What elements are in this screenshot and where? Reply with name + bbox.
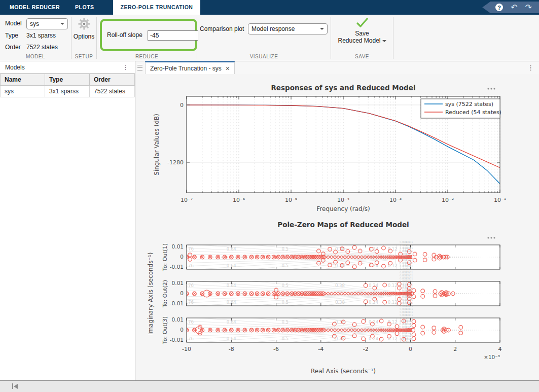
- section-save: Save Reduced Model SAVE: [331, 15, 393, 61]
- legend[interactable]: sys (7522 states)Reduced (54 states): [421, 99, 501, 118]
- svg-text:0.76: 0.76: [184, 336, 194, 341]
- tab-plots[interactable]: PLOTS: [67, 0, 102, 15]
- section-label-setup: SETUP: [71, 54, 96, 59]
- order-value: 7522 states: [26, 44, 58, 51]
- svg-text:0: 0: [180, 254, 184, 260]
- svg-text:-8: -8: [229, 346, 234, 352]
- svg-text:0.38: 0.38: [335, 283, 345, 288]
- svg-text:0.76: 0.76: [184, 246, 194, 252]
- svg-text:0.001: 0.001: [406, 341, 413, 344]
- svg-text:0.5: 0.5: [281, 263, 289, 268]
- svg-text:0.5: 0.5: [281, 246, 289, 252]
- document-tab[interactable]: Zero-Pole Truncation - sys ×: [145, 61, 235, 74]
- close-icon[interactable]: ×: [226, 65, 230, 72]
- section-label-visualize: VISUALIZE: [197, 54, 331, 59]
- svg-text:0.5: 0.5: [281, 336, 289, 341]
- svg-text:-0.01: -0.01: [170, 300, 184, 306]
- svg-text:10⁻⁷: 10⁻⁷: [181, 197, 193, 203]
- model-dropdown[interactable]: sys: [26, 18, 68, 29]
- svg-text:0.5: 0.5: [281, 283, 289, 288]
- chart2-ylabel: Imaginary Axis (seconds⁻¹): [147, 253, 154, 335]
- section-label-save: SAVE: [331, 54, 393, 59]
- svg-text:-4: -4: [318, 346, 324, 352]
- undo-icon[interactable]: ↶: [511, 4, 517, 12]
- cell-name: sys: [1, 86, 45, 97]
- svg-text:0.12: 0.12: [388, 336, 398, 341]
- svg-text:10⁻⁵: 10⁻⁵: [285, 197, 297, 203]
- svg-text:0.12: 0.12: [388, 300, 398, 305]
- svg-text:0: 0: [180, 290, 184, 296]
- cell-order: 7522 states: [90, 86, 135, 97]
- svg-text:0.12: 0.12: [388, 283, 398, 288]
- models-panel: Models ⋮ Name Type Order sys 3x1 sparss …: [0, 61, 135, 380]
- svg-text:10⁻⁶: 10⁻⁶: [233, 197, 245, 203]
- document-menu-icon[interactable]: ⋮: [527, 64, 534, 72]
- rolloff-label: Roll-off slope: [107, 31, 142, 39]
- toolstrip-tabbar: MODEL REDUCER PLOTS ZERO-POLE TRUNCATION…: [0, 0, 539, 15]
- type-label: Type: [5, 32, 18, 39]
- chart1-title: Responses of sys and Reduced Model: [271, 84, 415, 92]
- comparison-plot-value: Model response: [251, 25, 295, 32]
- quick-access-toolbar: ? ↶ ↷: [482, 2, 539, 13]
- chevron-down-icon: [60, 23, 64, 25]
- document-tab-label: Zero-Pole Truncation - sys: [150, 65, 222, 72]
- section-visualize: Comparison plot Model response VISUALIZE: [197, 15, 331, 61]
- section-model: Model sys Type 3x1 sparss Order 7522 sta…: [0, 15, 71, 61]
- chart1-options-icon[interactable]: [487, 88, 495, 89]
- chart1-ylabel: Singular Values (dB): [153, 114, 160, 175]
- models-table-header: Name Type Order: [1, 74, 135, 86]
- row-label: To: Out(3): [162, 316, 168, 344]
- collapse-panel-icon[interactable]: [12, 383, 18, 389]
- svg-text:0.24: 0.24: [369, 263, 378, 268]
- tab-zero-pole-truncation[interactable]: ZERO-POLE TRUNCATION: [113, 0, 201, 15]
- svg-text:0: 0: [180, 102, 184, 109]
- document-area: Zero-Pole Truncation - sys × ⋮ Responses…: [135, 61, 539, 380]
- svg-text:10⁻⁴: 10⁻⁴: [337, 197, 350, 203]
- svg-text:10⁻¹: 10⁻¹: [494, 197, 506, 203]
- tab-model-reducer[interactable]: MODEL REDUCER: [2, 0, 67, 15]
- gear-icon: [78, 18, 90, 32]
- section-reduce: Roll-off slope REDUCE: [97, 15, 197, 61]
- options-button[interactable]: Options: [71, 15, 96, 51]
- svg-text:10⁻²: 10⁻²: [442, 197, 454, 203]
- rolloff-input[interactable]: [148, 30, 198, 41]
- section-setup: Options SETUP: [71, 15, 96, 61]
- svg-text:Reduced (54 states): Reduced (54 states): [445, 109, 501, 116]
- svg-text:-0.01: -0.01: [170, 264, 184, 270]
- svg-text:-2: -2: [363, 346, 369, 352]
- row-label: To: Out(2): [162, 280, 168, 308]
- comparison-plot-label: Comparison plot: [200, 25, 244, 32]
- models-table: Name Type Order sys 3x1 sparss 7522 stat…: [0, 74, 135, 97]
- svg-text:2: 2: [453, 346, 457, 352]
- svg-text:0.12: 0.12: [388, 246, 398, 252]
- help-icon[interactable]: ?: [495, 4, 503, 11]
- col-order: Order: [90, 74, 135, 86]
- models-panel-title: Models: [5, 64, 25, 71]
- chart2-title: Pole-Zero Maps of Reduced Model: [277, 221, 409, 229]
- svg-text:0.24: 0.24: [369, 283, 378, 288]
- options-button-label: Options: [71, 33, 96, 40]
- type-value: 3x1 sparss: [26, 32, 56, 39]
- svg-text:0.01: 0.01: [172, 316, 184, 323]
- svg-text:0.24: 0.24: [369, 319, 378, 325]
- svg-text:-1280: -1280: [167, 159, 184, 166]
- svg-text:0.24: 0.24: [369, 336, 378, 341]
- svg-text:0.76: 0.76: [184, 283, 194, 288]
- svg-text:0: 0: [180, 327, 184, 333]
- col-name: Name: [1, 74, 45, 86]
- panel-menu-icon[interactable]: ⋮: [122, 63, 129, 71]
- comparison-plot-dropdown[interactable]: Model response: [248, 23, 328, 34]
- svg-text:0: 0: [409, 346, 412, 352]
- chart2-options-icon[interactable]: [487, 237, 495, 238]
- redo-icon[interactable]: ↷: [525, 4, 532, 12]
- rolloff-highlight-box: Roll-off slope: [100, 19, 197, 51]
- save-reduced-model-button[interactable]: Save Reduced Model: [331, 18, 393, 44]
- table-row[interactable]: sys 3x1 sparss 7522 states: [1, 86, 135, 97]
- svg-text:0.76: 0.76: [184, 300, 194, 305]
- svg-text:0.12: 0.12: [388, 263, 398, 268]
- singular-values-chart: Responses of sys and Reduced Model10⁻⁷10…: [153, 84, 506, 212]
- svg-text:-10: -10: [182, 346, 191, 352]
- chart1-xlabel: Frequency (rad/s): [316, 205, 370, 212]
- chevron-down-icon: [382, 40, 386, 42]
- svg-text:-0.01: -0.01: [170, 337, 184, 343]
